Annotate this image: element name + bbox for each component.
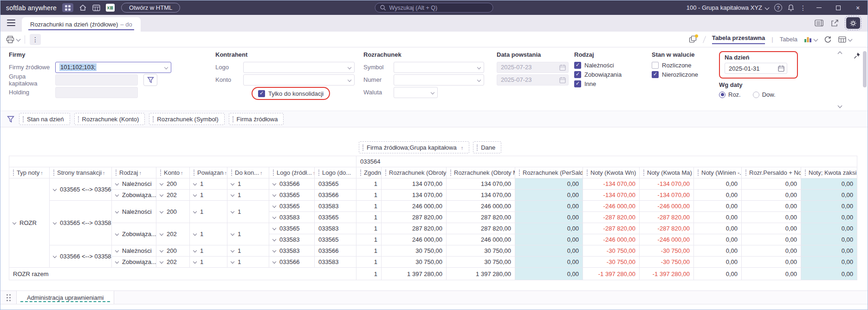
expander-icon[interactable] (115, 210, 119, 213)
value-cell[interactable]: 0,00 (515, 234, 583, 245)
expander-icon[interactable] (231, 193, 234, 197)
checkbox-box[interactable] (574, 80, 581, 87)
row-header-cell-rodzaj[interactable]: Zobowiąza... (112, 223, 156, 245)
row-header-cell-konto[interactable]: 200 (156, 245, 190, 257)
window-close-button[interactable]: × (851, 0, 865, 15)
checkbox-box[interactable] (258, 90, 265, 97)
value-cell[interactable]: -246 000,00 (640, 201, 694, 212)
value-cell[interactable]: 0,00 (694, 212, 742, 223)
value-cell[interactable]: 0,00 (801, 190, 857, 201)
expander-icon[interactable] (193, 249, 197, 252)
rozrachunek-numer-combo[interactable] (394, 74, 484, 86)
value-field-header-noty-kwota-wn[interactable]: Noty (Kwota Wn) (583, 167, 640, 178)
row-header-cell-logo-do[interactable]: 033565 (315, 178, 356, 190)
value-cell[interactable]: 0,00 (801, 257, 857, 268)
value-cell[interactable]: 0,00 (515, 201, 583, 212)
radio-circle[interactable] (753, 92, 759, 98)
value-cell[interactable]: 0,00 (694, 190, 742, 201)
hamburger-menu-icon[interactable] (0, 20, 22, 32)
drag-handle-icon[interactable] (0, 291, 16, 304)
row-header-cell-logo-do[interactable]: 033583 (315, 223, 356, 234)
checkbox-box[interactable] (574, 71, 581, 78)
value-cell[interactable]: 1 (356, 234, 382, 245)
chevron-down-icon[interactable] (164, 65, 168, 69)
value-cell[interactable]: 0,00 (515, 245, 583, 257)
value-cell[interactable]: 0,00 (694, 245, 742, 257)
value-field-header-rozrachunek-obroty-ma[interactable]: Rozrachunek (Obroty Ma) (447, 167, 515, 178)
checkbox-zobowi-zania[interactable]: Zobowiązania (574, 70, 648, 79)
row-field-header-do-kon[interactable]: Do kon... (227, 167, 269, 178)
value-cell[interactable]: 30 750,00 (382, 257, 447, 268)
row-header-cell-powiazany[interactable]: 1 (190, 201, 227, 223)
checkbox-nale-no-ci[interactable]: Należności (574, 61, 648, 69)
value-cell[interactable]: 1 (356, 190, 382, 201)
column-group-header[interactable]: 033564 (356, 156, 857, 167)
chart-button[interactable] (804, 36, 817, 43)
value-cell[interactable]: -30 750,00 (583, 257, 640, 268)
value-cell[interactable]: 1 (356, 178, 382, 190)
row-header-cell-do_kon[interactable]: 1 (227, 178, 269, 190)
value-cell[interactable]: -246 000,00 (583, 234, 640, 245)
value-cell[interactable]: 0,00 (694, 257, 742, 268)
value-cell[interactable]: 0,00 (515, 212, 583, 223)
row-header-cell-rodzaj[interactable]: Należności (112, 178, 156, 190)
row-header-cell-strony[interactable]: 033565 <--> 033583 (50, 201, 112, 245)
value-cell[interactable]: -30 750,00 (583, 245, 640, 257)
expander-icon[interactable] (193, 232, 197, 236)
tab-rozrachunki[interactable]: Rozrachunki na dzień (źródłowe) – do (22, 17, 141, 32)
row-header-cell-strony[interactable]: 033565 <--> 033566 (50, 178, 112, 201)
row-header-cell-logo-zrodlowe[interactable]: 033583 (269, 212, 315, 223)
row-header-cell-logo-zrodlowe[interactable]: 033583 (269, 234, 315, 245)
row-field-header-logo-do[interactable]: Logo (do... (315, 167, 356, 178)
value-cell[interactable]: 0,00 (742, 245, 801, 257)
row-field-header-logo-r-d[interactable]: Logo (źródł... (269, 167, 315, 178)
filter-funnel-button[interactable] (143, 74, 157, 86)
layout-stack-icon[interactable] (689, 35, 697, 43)
window-minimize-button[interactable] (812, 0, 826, 15)
column-field-chip[interactable]: Firma źródłowa;Grupa kapitałowa (359, 141, 469, 153)
expand-panel-button[interactable] (834, 101, 846, 110)
row-header-cell-powiazany[interactable]: 1 (190, 190, 227, 201)
value-cell[interactable]: 0,00 (515, 190, 583, 201)
print-button[interactable] (6, 36, 20, 43)
row-header-cell-powiazany[interactable]: 1 (190, 257, 227, 268)
view-switch-pivot[interactable]: Tabela przestawna (712, 34, 765, 44)
expander-icon[interactable] (231, 210, 234, 213)
expander-icon[interactable] (272, 215, 276, 219)
value-cell[interactable]: 134 070,00 (447, 178, 515, 190)
expander-icon[interactable] (193, 182, 197, 185)
grid-table-icon[interactable] (92, 3, 100, 13)
expander-icon[interactable] (115, 193, 119, 197)
value-cell[interactable]: 1 (356, 257, 382, 268)
checkbox-inne[interactable]: Inne (574, 79, 648, 88)
value-cell[interactable]: -287 820,00 (640, 212, 694, 223)
expander-icon[interactable] (193, 260, 197, 264)
value-cell[interactable]: -287 820,00 (583, 223, 640, 234)
value-cell[interactable]: 0,00 (801, 201, 857, 212)
value-cell[interactable]: 134 070,00 (382, 178, 447, 190)
chevron-down-icon[interactable] (348, 78, 351, 81)
row-field-header-rodzaj[interactable]: Rodzaj (112, 167, 156, 178)
row-header-cell-logo-do[interactable]: 033583 (315, 257, 356, 268)
row-header-cell-konto[interactable]: 202 (156, 223, 190, 245)
row-header-cell-do_kon[interactable]: 1 (227, 257, 269, 268)
toolbar-more-button[interactable]: ⋮ (30, 34, 41, 45)
expander-icon[interactable] (272, 260, 276, 264)
value-cell[interactable]: 30 750,00 (447, 257, 515, 268)
checkbox-rozliczone[interactable]: Rozliczone (652, 61, 721, 69)
row-header-cell-logo-zrodlowe[interactable]: 033565 (269, 223, 315, 234)
value-field-header-noty-kwota-ma[interactable]: Noty (Kwota Ma) (640, 167, 694, 178)
na-dzien-date[interactable]: 2025-01-31 (725, 63, 787, 74)
row-header-cell-logo-zrodlowe[interactable]: 033565 (269, 201, 315, 212)
value-cell[interactable]: -246 000,00 (640, 234, 694, 245)
expander-icon[interactable] (231, 249, 234, 252)
value-cell[interactable]: 0,00 (694, 178, 742, 190)
value-cell[interactable]: 287 820,00 (447, 212, 515, 223)
value-cell[interactable]: 0,00 (515, 257, 583, 268)
value-cell[interactable]: -30 750,00 (640, 245, 694, 257)
value-cell[interactable]: 0,00 (742, 201, 801, 212)
expander-icon[interactable] (160, 249, 163, 252)
value-cell[interactable]: 0,00 (742, 257, 801, 268)
rozrachunek-waluta-combo[interactable] (394, 87, 438, 98)
expander-icon[interactable] (53, 254, 57, 258)
